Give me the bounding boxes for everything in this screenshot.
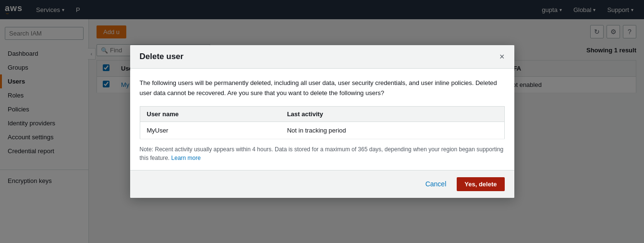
modal-cell-username: MyUser [140,122,280,139]
modal-footer: Cancel Yes, delete [130,170,514,198]
modal-warning-text: The following users will be permanently … [140,78,505,98]
modal-close-button[interactable]: × [499,52,505,61]
modal-header: Delete user × [130,45,514,69]
modal-cell-last-activity: Not in tracking period [280,122,504,139]
modal-table-header-row: User name Last activity [140,106,504,122]
delete-user-modal: Delete user × The following users will b… [130,45,514,198]
modal-note: Note: Recent activity usually appears wi… [140,145,505,162]
modal-overlay: Delete user × The following users will b… [0,0,644,243]
learn-more-link[interactable]: Learn more [171,155,201,161]
modal-header-username: User name [140,106,280,122]
modal-title: Delete user [140,52,184,61]
modal-table-row: MyUser Not in tracking period [140,122,504,139]
cancel-button[interactable]: Cancel [421,177,451,191]
modal-header-last-activity: Last activity [280,106,504,122]
modal-users-table: User name Last activity MyUser Not in tr… [140,106,505,139]
modal-body: The following users will be permanently … [130,69,514,170]
yes-delete-button[interactable]: Yes, delete [457,177,504,191]
